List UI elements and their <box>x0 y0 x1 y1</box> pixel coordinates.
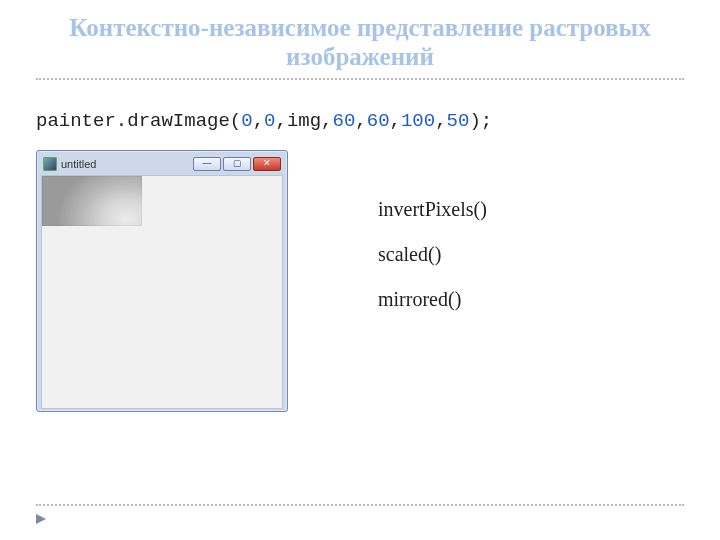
code-comma: , <box>355 110 366 132</box>
code-arg-0: 0 <box>241 110 252 132</box>
method-list: invertPixels() scaled() mirrored() <box>378 198 487 333</box>
window-client-area <box>41 175 283 409</box>
code-arg-4: 60 <box>367 110 390 132</box>
code-arg-5: 100 <box>401 110 435 132</box>
minimize-button[interactable]: — <box>193 157 221 171</box>
next-arrow-icon[interactable] <box>36 514 46 524</box>
divider-top <box>36 78 684 80</box>
close-button[interactable]: ✕ <box>253 157 281 171</box>
divider-bottom <box>36 504 684 506</box>
method-item: mirrored() <box>378 288 487 311</box>
window-titlebar: untitled — ▢ ✕ <box>41 155 283 173</box>
drawn-image-patch <box>42 176 142 226</box>
code-comma: , <box>253 110 264 132</box>
code-semicolon: ; <box>481 110 492 132</box>
code-paren-close: ) <box>469 110 480 132</box>
code-arg-6: 50 <box>447 110 470 132</box>
code-arg-1: 0 <box>264 110 275 132</box>
code-dot: . <box>116 110 127 132</box>
app-icon <box>43 157 57 171</box>
code-arg-2: img <box>287 110 321 132</box>
code-arg-3: 60 <box>333 110 356 132</box>
code-line: painter.drawImage(0,0,img,60,60,100,50); <box>36 110 684 132</box>
code-comma: , <box>390 110 401 132</box>
method-item: invertPixels() <box>378 198 487 221</box>
code-object: painter <box>36 110 116 132</box>
maximize-button[interactable]: ▢ <box>223 157 251 171</box>
app-window: untitled — ▢ ✕ <box>36 150 288 412</box>
code-comma: , <box>275 110 286 132</box>
code-comma: , <box>435 110 446 132</box>
code-function: drawImage <box>127 110 230 132</box>
code-comma: , <box>321 110 332 132</box>
window-title: untitled <box>61 158 96 170</box>
code-paren-open: ( <box>230 110 241 132</box>
method-item: scaled() <box>378 243 487 266</box>
slide-title: Контекстно-независимое представление рас… <box>36 14 684 72</box>
